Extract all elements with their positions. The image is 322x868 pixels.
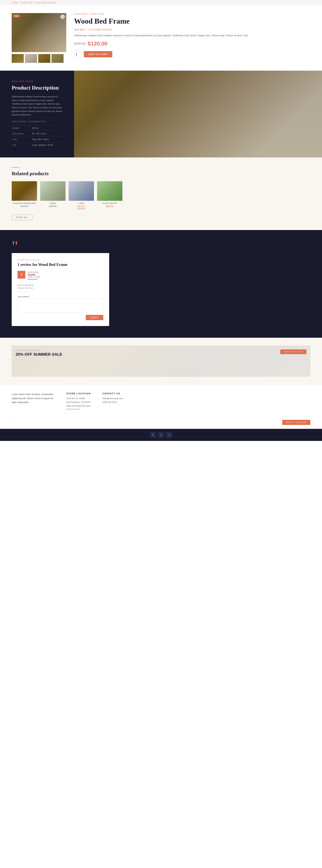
footer-store-directions[interactable]: Get Directions bbox=[66, 408, 80, 410]
quantity-input[interactable] bbox=[74, 51, 82, 58]
info-label-size: size bbox=[12, 142, 31, 148]
footer-store-address2: San Francisco, CA 94131 bbox=[66, 400, 91, 404]
submit-button[interactable]: SUBMIT bbox=[86, 315, 103, 320]
sale-banner: LIMITED TIME OFFER 20% OFF SUMMER SALE S… bbox=[12, 345, 310, 377]
social-bar: f t i bbox=[0, 429, 322, 441]
info-row-size: size Large, Medium, Small bbox=[12, 142, 62, 148]
footer-store-title: STORE LOCATION bbox=[66, 392, 91, 395]
product-stars: ★★★★☆ bbox=[74, 28, 87, 31]
review-card-title: 1 review for Wood Bed Frame bbox=[17, 262, 103, 267]
info-table: Weight 160 oz Dimensions 96 × 60 × 48 in… bbox=[12, 125, 62, 148]
add-review-label: ADD A REVIEW bbox=[17, 284, 103, 286]
additional-info-title: ADDITIONAL INFORMATION bbox=[12, 121, 62, 123]
add-review-section: ADD A REVIEW YOUR RATING ☆☆☆☆☆ Your revi… bbox=[17, 284, 103, 320]
footer-contact: CONTACT US hello@diviurquity.com (206) 9… bbox=[102, 392, 123, 411]
review-product-label: WOOD BED FRAME bbox=[17, 259, 103, 261]
related-product-lamp-stars: ★★★★☆ bbox=[69, 205, 94, 207]
related-product-plant-image bbox=[97, 181, 122, 201]
avatar-symbol: ✳ bbox=[20, 273, 23, 277]
thumbnail-1[interactable] bbox=[12, 54, 24, 63]
reviewer-comment: Awesome! bbox=[28, 278, 40, 280]
review-textarea[interactable] bbox=[17, 299, 103, 312]
description-image bbox=[74, 71, 322, 157]
facebook-icon[interactable]: f bbox=[150, 432, 156, 438]
thumbnail-3[interactable] bbox=[38, 54, 50, 63]
zoom-icon[interactable]: 🔍 bbox=[61, 14, 65, 19]
submit-row: SUBMIT bbox=[17, 315, 103, 320]
related-product-headboard-image bbox=[12, 181, 37, 201]
related-product-table-name: TABLE bbox=[40, 202, 66, 204]
related-product-plant[interactable]: PLANT DECOR $35.00 bbox=[97, 181, 122, 210]
breadcrumb: HOME / FURNITURE / WOOD BED FRAME bbox=[0, 0, 322, 5]
desc-text: Pellentesque habitant morbi tristique se… bbox=[12, 95, 62, 117]
send-message-button[interactable]: SEND A MESSAGE bbox=[282, 420, 310, 425]
related-products-section: Related products WOODEN HEADBOARD $150.0… bbox=[0, 157, 322, 230]
reviewer-name: JASON bbox=[28, 274, 40, 276]
footer-top: Lorem ipsum dolor sit amet, consectetur … bbox=[12, 392, 310, 411]
product-section: Sale! 🔍 CATEGORY: FURNITURE Wood Bed Fra… bbox=[0, 5, 322, 71]
info-label-weight: Weight bbox=[12, 125, 31, 131]
related-product-headboard-price: $150.00 bbox=[12, 205, 37, 207]
related-product-headboard[interactable]: WOODEN HEADBOARD $150.00 bbox=[12, 181, 37, 210]
old-price: $180.00 bbox=[74, 42, 85, 45]
footer-store-hours: Open Everyday 9am-5pm bbox=[66, 404, 91, 408]
add-cart-button[interactable]: ADD TO CART bbox=[84, 51, 112, 57]
footer: Lorem ipsum dolor sit amet, consectetur … bbox=[0, 384, 322, 429]
reviewer-info: ★★★★★ JASON JUNE 4, 2020 Awesome! bbox=[28, 271, 40, 280]
sale-section: LIMITED TIME OFFER 20% OFF SUMMER SALE S… bbox=[0, 338, 322, 384]
breadcrumb-sep2: / bbox=[34, 2, 35, 4]
related-product-plant-price: $35.00 bbox=[97, 205, 122, 208]
shop-all-button[interactable]: SHOP ALL bbox=[12, 215, 32, 220]
related-product-table[interactable]: TABLE $260.00 bbox=[40, 181, 66, 210]
main-product-image[interactable]: Sale! 🔍 bbox=[12, 13, 66, 52]
desc-product-label: WOOD BED FRAME bbox=[12, 81, 62, 82]
info-value-weight: 160 oz bbox=[31, 125, 62, 131]
divider bbox=[12, 167, 20, 167]
info-row-dimensions: Dimensions 96 × 60 × 48 in bbox=[12, 131, 62, 136]
desc-title: Product Description bbox=[12, 85, 62, 91]
instagram-icon[interactable]: i bbox=[166, 432, 172, 438]
info-value-dimensions: 96 × 60 × 48 in bbox=[31, 131, 62, 136]
description-left: WOOD BED FRAME Product Description Pelle… bbox=[0, 71, 74, 157]
footer-contact-phone: (206) 932-0411 bbox=[102, 400, 123, 404]
your-rating-label: YOUR RATING bbox=[17, 287, 103, 289]
shop-sale-button[interactable]: SHOP THIS SALE bbox=[280, 349, 307, 354]
sale-banner-label: LIMITED TIME OFFER bbox=[15, 349, 62, 351]
info-value-color: Gray, Red, Yellow bbox=[31, 136, 62, 142]
product-category: CATEGORY: FURNITURE bbox=[74, 13, 310, 15]
footer-about-text: Lorem ipsum dolor sit amet, consectetur … bbox=[12, 392, 55, 404]
info-label-dimensions: Dimensions bbox=[12, 131, 31, 136]
rating-stars-input[interactable]: ☆☆☆☆☆ bbox=[17, 290, 103, 293]
footer-bottom: SEND A MESSAGE bbox=[12, 416, 310, 425]
thumbnail-row bbox=[12, 54, 66, 63]
description-section: WOOD BED FRAME Product Description Pelle… bbox=[0, 71, 322, 157]
sale-banner-title: 20% OFF SUMMER SALE bbox=[15, 352, 62, 356]
review-count[interactable]: 7 CUSTOMER REVIEWS bbox=[87, 29, 112, 31]
thumbnail-2[interactable] bbox=[25, 54, 37, 63]
footer-store-address1: 1234 Divi St. #1000 bbox=[66, 397, 91, 400]
rating-row: ★★★★☆ 7 CUSTOMER REVIEWS bbox=[74, 28, 310, 31]
related-product-lamp-price: $28.00 bbox=[69, 207, 94, 210]
quote-mark: " bbox=[12, 242, 310, 251]
related-product-table-image bbox=[40, 181, 66, 201]
related-product-plant-name: PLANT DECOR bbox=[97, 202, 122, 204]
breadcrumb-furniture[interactable]: FURNITURE bbox=[20, 2, 33, 4]
related-title: Related products bbox=[12, 171, 129, 177]
breadcrumb-home[interactable]: HOME bbox=[12, 2, 18, 4]
review-card: WOOD BED FRAME 1 review for Wood Bed Fra… bbox=[12, 253, 109, 326]
info-row-weight: Weight 160 oz bbox=[12, 125, 62, 131]
reviewer-date: JUNE 4, 2020 bbox=[28, 276, 40, 278]
sale-banner-content: LIMITED TIME OFFER 20% OFF SUMMER SALE bbox=[15, 349, 62, 356]
sale-badge: Sale! bbox=[13, 14, 20, 18]
related-products-grid: WOODEN HEADBOARD $150.00 TABLE $260.00 L… bbox=[12, 181, 129, 210]
info-row-color: color Gray, Red, Yellow bbox=[12, 136, 62, 142]
reviewer-stars: ★★★★★ bbox=[28, 271, 40, 274]
related-product-lamp[interactable]: LAMP ★★★★☆ $28.00 bbox=[69, 181, 94, 210]
review-field-label: Your review * bbox=[17, 296, 103, 298]
add-to-cart-row: ADD TO CART bbox=[74, 51, 310, 58]
new-price: $120.00 bbox=[88, 40, 107, 47]
related-product-table-price: $260.00 bbox=[40, 205, 66, 207]
thumbnail-4[interactable] bbox=[51, 54, 64, 63]
twitter-icon[interactable]: t bbox=[158, 432, 164, 438]
info-value-size: Large, Medium, Small bbox=[31, 142, 62, 148]
